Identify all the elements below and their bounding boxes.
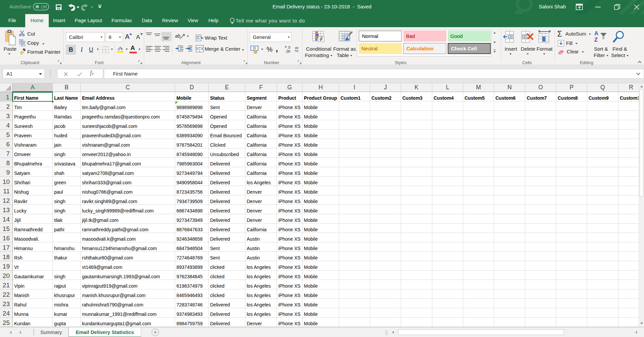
svg-text:.0: .0 bbox=[296, 49, 298, 53]
svg-text:.00: .00 bbox=[285, 49, 290, 53]
svg-text:.0: .0 bbox=[287, 45, 290, 49]
svg-text:.00: .00 bbox=[294, 46, 298, 50]
svg-text:ab: ab bbox=[175, 33, 180, 39]
